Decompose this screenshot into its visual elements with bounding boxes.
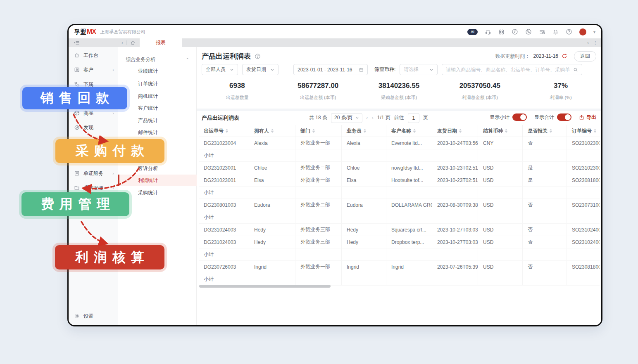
title-help-icon[interactable] [255,53,261,59]
sort-icon[interactable] [594,129,596,133]
cell-order-no: SO231024002 [567,224,600,236]
back-button[interactable]: 返回 [574,51,596,61]
next-page-icon[interactable]: › [371,115,373,121]
table-row[interactable]: DG231024003 Hedy 外贸业务三部 Hedy Dropbox ter… [199,236,600,248]
table-row[interactable]: DG230801003 Eudora 外贸业务二部 Eudora DOLLARA… [199,199,600,211]
sidebar-item-discover[interactable]: 发现 [69,122,118,133]
col-header[interactable]: 部门 [295,125,342,137]
people-select[interactable]: 全部人员 [202,64,238,75]
task-log-icon[interactable] [539,28,545,35]
sidebar-item-customers[interactable]: 客户 › [69,64,118,76]
subtotal-toggle[interactable] [512,113,527,121]
date-type-select[interactable]: 发货日期 [242,64,279,75]
sidebar-collapse-icon[interactable] [74,40,80,46]
table-toolbar: 产品出运利润表 共 18 条 20 条/页 ‹ › 1/1 页 前往 页 [197,112,601,123]
submenu-item-opportunity[interactable]: 商机统计 [118,90,197,102]
table-row[interactable]: 小计 [199,273,600,286]
page-size-select[interactable]: 20 条/页 [331,113,362,123]
submenu-item-orders[interactable]: 订单统计 [118,78,197,90]
submenu-group-header[interactable]: 综合业务分析 ⌃ [118,54,197,65]
prev-page-icon[interactable]: ‹ [366,115,368,121]
tab-reports[interactable]: 报表 [140,38,182,47]
export-button[interactable]: 导出 [579,114,596,121]
table-row[interactable]: 小计 [199,149,600,162]
currency-select[interactable]: 请选择 [400,64,438,75]
help-icon[interactable] [566,28,572,35]
col-header[interactable]: 订单编号 [567,125,600,137]
updated-date: 2023-11-16 [533,53,559,59]
tab-more-icon[interactable]: ⋮ [593,40,598,46]
cell-shipment-no: DG231023001 [199,162,249,174]
table-row[interactable]: DG231023004 Alexia 外贸业务一部 Alexia Evernot… [199,137,600,149]
table-row[interactable]: 小计 [199,248,600,261]
cell-shipment-no: DG231024003 [199,236,249,248]
export-icon [579,115,584,120]
cell-customs: 否 [523,236,567,248]
col-header[interactable]: 拥有人 [249,125,295,137]
cell-customer: Ingrid [386,261,432,273]
compass-icon [74,125,80,130]
ai-assistant-button[interactable]: AI [467,29,478,35]
table-row[interactable]: DG230726003 Ingrid 外贸业务一部 Ingrid Ingrid … [199,261,600,273]
apps-grid-icon[interactable] [498,29,505,35]
app-logo[interactable]: 孚盟 MX [74,28,96,36]
submenu-item-customer[interactable]: 客户统计 [118,102,197,114]
goto-page-input[interactable] [408,113,419,123]
col-header[interactable]: 客户名称 [386,125,432,137]
search-icon[interactable] [573,67,578,72]
cell-order-no: SO230731003 [567,199,600,211]
sort-icon[interactable] [413,129,416,133]
sort-icon[interactable] [505,129,507,133]
user-avatar[interactable] [579,28,586,35]
cell-order-no [567,211,600,223]
submenu-item-performance[interactable]: 业绩统计 [118,65,197,77]
sidebar-item-settings[interactable]: 设置 [69,310,118,322]
col-header[interactable]: 是否报关 [523,125,567,137]
table-row[interactable]: DG231024003 Hedy 外贸业务三部 Hedy Squarespa c… [199,224,600,236]
sort-icon[interactable] [459,129,462,133]
refresh-icon[interactable] [562,53,567,59]
table-row[interactable]: 小计 [199,187,600,199]
sort-icon[interactable] [312,129,315,133]
col-header[interactable]: 结算币种 [478,125,523,137]
total-toggle[interactable] [557,113,571,121]
cell-salesperson: Hedy [342,236,386,248]
stat-value: 58677287.00 [278,82,359,90]
table-row[interactable]: 小计 [199,211,600,224]
cell-customer [386,149,432,161]
submenu-item-profit-active[interactable]: 利润统计 [118,175,197,186]
user-menu-chevron-icon[interactable]: ▾ [593,30,595,34]
translate-icon[interactable] [512,28,518,35]
search-input[interactable] [446,67,570,73]
headset-icon[interactable] [485,28,491,35]
tab-scroll-right-icon[interactable]: › [587,40,589,46]
sort-icon[interactable] [271,129,274,133]
cell-owner: Alexia [249,137,295,149]
cell-salesperson: Chloe [342,162,386,174]
tab-back-icon[interactable]: ‹ [121,40,123,46]
table-row[interactable]: DG231023001 Chloe 外贸业务二部 Chloe nowgfdsy … [199,162,600,174]
home-tab-icon[interactable] [130,40,136,45]
stat-label: 采购总金额 (本币) [359,95,440,101]
sidebar-item-label: 工作台 [83,52,98,59]
tab-overflow: › ⋮ [587,38,598,47]
date-range-picker[interactable]: 2023-01-01 - 2023-11-16 [293,64,368,75]
sort-icon[interactable] [226,129,228,133]
sidebar-item-workbench[interactable]: 工作台 [69,50,118,61]
stat-value: 38140236.55 [359,82,440,90]
col-header[interactable]: 出运单号 [199,125,249,137]
sort-icon[interactable] [364,129,366,133]
submenu-item-product[interactable]: 产品统计 [118,115,197,126]
phone-icon[interactable] [525,28,532,35]
summary-stats: 6938 出运总数量 58677287.00 出运总金额 (本币) 381402… [197,82,601,106]
cell-owner [249,187,295,199]
notifications-bell-icon[interactable] [552,29,559,35]
sort-icon[interactable] [550,129,552,133]
col-header[interactable]: 发货日期 [432,125,478,137]
col-header[interactable]: 业务员 [342,125,386,137]
sidebar-item-documents-shipping[interactable]: 单证船务 › [69,168,118,179]
horizontal-scrollbar[interactable] [199,285,331,288]
table-row[interactable]: DG231023001 Elsa 外贸业务一部 Elsa Hootsuite t… [199,174,600,187]
cell-shipment-no: 小计 [199,273,249,285]
total-toggle-label: 显示合计 [534,114,554,121]
